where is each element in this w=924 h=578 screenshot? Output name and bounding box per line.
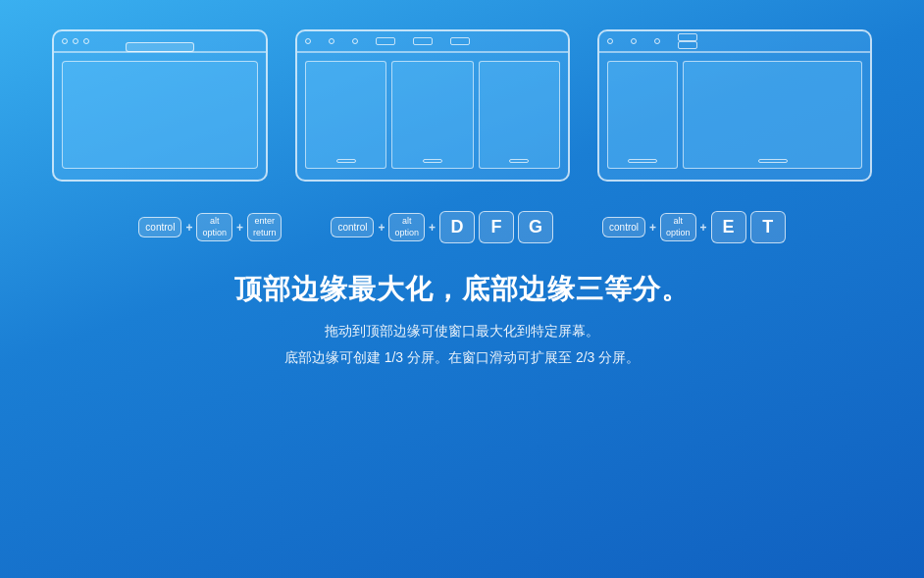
- col-1: [305, 61, 386, 169]
- tab-bar: [126, 42, 194, 52]
- key-alt-2-top: alt: [402, 216, 412, 228]
- tab-1: [376, 37, 395, 45]
- col-3: [479, 61, 560, 169]
- key-control-1: control: [138, 217, 181, 237]
- titlebar-3: [599, 31, 870, 53]
- key-f: F: [479, 211, 514, 243]
- dot-8: [631, 38, 637, 44]
- sub-text: 拖动到顶部边缘可使窗口最大化到特定屏幕。 底部边缘可创建 1/3 分屏。在窗口滑…: [234, 318, 690, 370]
- illustrations-row: [52, 29, 872, 182]
- scroll-n: [628, 159, 657, 163]
- key-t: T: [750, 211, 786, 243]
- plus-1: +: [185, 221, 192, 235]
- titlebar-2: [297, 31, 568, 53]
- plus-3: +: [378, 221, 385, 235]
- key-enter-return: enter return: [247, 213, 282, 241]
- plus-2: +: [236, 221, 243, 235]
- key-enter-bot: return: [253, 228, 277, 239]
- key-alt-option-2: alt option: [388, 213, 425, 241]
- plus-5: +: [649, 221, 656, 235]
- plus-4: +: [429, 221, 436, 235]
- sub-line-2: 底部边缘可创建 1/3 分屏。在窗口滑动可扩展至 2/3 分屏。: [234, 344, 690, 371]
- scroll-2: [423, 159, 442, 163]
- col-narrow: [607, 61, 678, 169]
- tab-group: [376, 37, 470, 45]
- dot-9: [654, 38, 660, 44]
- key-enter-top: enter: [254, 216, 275, 228]
- key-alt-1-bot: option: [202, 228, 227, 239]
- tab-4: [678, 33, 697, 41]
- shortcut-thirds: control + alt option + D F G: [331, 211, 553, 243]
- key-g: G: [518, 211, 553, 243]
- tab-3: [450, 37, 470, 45]
- key-control-2: control: [331, 217, 374, 237]
- plus-6: +: [700, 221, 707, 235]
- shortcut-edge: control + alt option + E T: [602, 211, 786, 243]
- content-area-full: [62, 61, 258, 169]
- key-alt-3-bot: option: [666, 228, 691, 239]
- dot-3: [83, 38, 89, 44]
- dot-7: [607, 38, 613, 44]
- main-title: 顶部边缘最大化，底部边缘三等分。: [234, 271, 690, 308]
- key-e: E: [711, 211, 746, 243]
- key-alt-3-top: alt: [674, 216, 684, 228]
- dot-1: [62, 38, 68, 44]
- tab-group-2: [678, 33, 697, 49]
- sub-line-1: 拖动到顶部边缘可使窗口最大化到特定屏幕。: [234, 318, 690, 344]
- dot-5: [329, 38, 334, 44]
- three-cols: [305, 61, 560, 169]
- tab-5: [678, 41, 697, 49]
- two-cols: [607, 61, 862, 169]
- key-alt-1-top: alt: [210, 216, 220, 228]
- tab-2: [413, 37, 433, 45]
- dot-4: [305, 38, 311, 44]
- titlebar-1: [54, 31, 266, 53]
- dot-2: [73, 38, 78, 44]
- key-control-3: control: [602, 217, 645, 237]
- window-card-two-col: [597, 29, 872, 182]
- window-card-maximize: [52, 29, 268, 182]
- col-wide: [683, 61, 862, 169]
- scroll-1: [336, 159, 356, 163]
- col-2: [391, 61, 473, 169]
- scroll-w: [758, 159, 788, 163]
- shortcut-maximize: control + alt option + enter return: [138, 213, 282, 241]
- key-alt-2-bot: option: [394, 228, 419, 239]
- key-alt-option-3: alt option: [660, 213, 696, 241]
- key-alt-option-1: alt option: [196, 213, 232, 241]
- key-d: D: [439, 211, 475, 243]
- text-block: 顶部边缘最大化，底部边缘三等分。 拖动到顶部边缘可使窗口最大化到特定屏幕。 底部…: [234, 271, 690, 370]
- scroll-3: [509, 159, 529, 163]
- window-card-three-col: [295, 29, 570, 182]
- dot-6: [352, 38, 358, 44]
- shortcuts-row: control + alt option + enter return cont…: [138, 211, 785, 243]
